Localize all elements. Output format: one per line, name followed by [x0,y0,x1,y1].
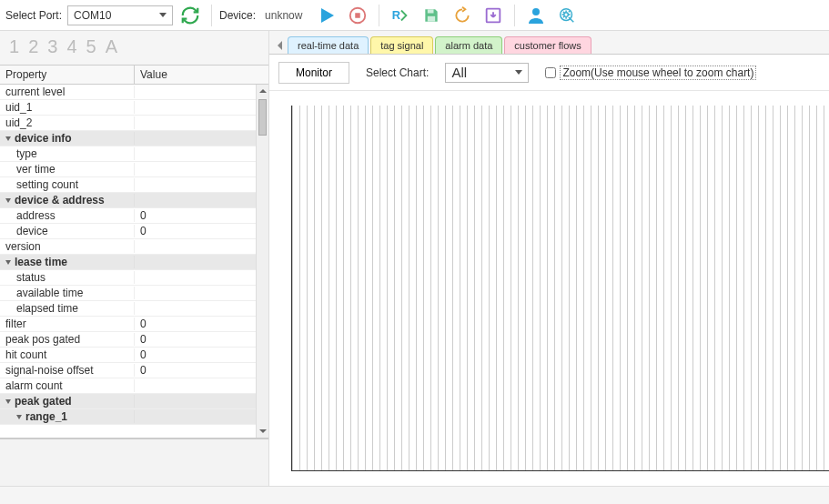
tab-alarm-data[interactable]: alarm data [435,36,502,54]
digit-A[interactable]: A [106,36,117,57]
user-icon [525,5,547,26]
property-label: version [0,240,135,253]
chart-select[interactable]: All [445,63,529,83]
digit-3[interactable]: 3 [47,36,57,57]
monitor-button[interactable]: Monitor [278,62,349,84]
reload-button[interactable] [449,3,476,28]
play-icon [316,5,338,26]
property-label: hit count [0,348,135,361]
property-label: address [0,209,135,222]
select-chart-label: Select Chart: [366,66,429,79]
separator [211,5,212,26]
separator [514,5,515,26]
user-button[interactable] [522,3,550,28]
property-row[interactable]: available time [0,286,256,301]
property-row[interactable]: hit count0 [0,348,256,363]
left-panel: 1 2 3 4 5 A Property Value current level… [0,31,269,486]
property-group[interactable]: range_1 [0,409,256,425]
svg-text:R: R [392,7,400,21]
property-group[interactable]: device & address [0,193,256,208]
property-label: ver time [0,163,135,176]
play-button[interactable] [313,3,340,28]
collapse-icon[interactable] [5,399,11,404]
chart-area [269,91,829,486]
property-grid: current leveluid_1uid_2device infotypeve… [0,85,268,438]
property-label: lease time [0,256,135,268]
digit-5[interactable]: 5 [86,36,96,57]
property-label: range_1 [0,410,135,423]
collapse-icon[interactable] [5,198,11,203]
scroll-down-icon[interactable] [257,425,268,438]
property-group[interactable]: lease time [0,255,256,270]
grid-scrollbar[interactable] [256,85,268,438]
property-row[interactable]: elapsed time [0,301,256,317]
scroll-thumb[interactable] [258,99,267,136]
property-group[interactable]: peak gated [0,394,256,409]
tab-tag-signal[interactable]: tag signal [370,36,433,54]
property-row[interactable]: alarm count [0,378,256,394]
status-bar [0,486,829,504]
svg-rect-4 [428,15,435,21]
property-label: uid_2 [0,116,135,129]
rx-button[interactable]: R [387,3,414,28]
svg-point-6 [532,8,540,15]
property-row[interactable]: setting count [0,177,256,193]
search-gear-icon [557,5,577,25]
collapse-icon[interactable] [16,415,22,419]
property-label: elapsed time [0,302,135,315]
page-digits: 1 2 3 4 5 A [0,31,268,65]
property-row[interactable]: device0 [0,224,256,239]
scroll-up-icon[interactable] [257,85,268,97]
device-value: unknow [265,9,302,22]
property-group[interactable]: device info [0,131,256,146]
property-row[interactable]: address0 [0,208,256,224]
property-row[interactable]: signal-noise offset0 [0,363,256,378]
property-value[interactable]: 0 [135,348,256,361]
reload-icon [453,6,471,25]
property-value[interactable]: 0 [135,225,256,237]
property-label: device [0,225,135,237]
search-settings-button[interactable] [553,3,581,28]
collapse-icon[interactable] [5,260,11,265]
chevron-down-icon [159,13,167,17]
chart-select-value: All [451,65,467,80]
port-select-value: COM10 [74,9,111,22]
property-value[interactable]: 0 [135,318,256,330]
property-label: setting count [0,178,135,191]
tab-scroll-left[interactable] [273,37,288,54]
separator [379,5,379,26]
property-value[interactable]: 0 [135,364,256,377]
property-grid-header: Property Value [0,65,268,85]
property-value[interactable]: 0 [135,333,256,346]
chart-canvas[interactable] [291,106,829,471]
refresh-button[interactable] [177,3,204,28]
zoom-checkbox[interactable] [545,67,556,78]
property-row[interactable]: current level [0,85,256,100]
property-row[interactable]: filter0 [0,317,256,332]
chevron-left-icon [277,41,284,50]
property-row[interactable]: uid_2 [0,116,256,131]
property-label: type [0,147,135,160]
stop-button[interactable] [344,3,371,28]
property-label: signal-noise offset [0,364,135,377]
digit-4[interactable]: 4 [66,36,76,57]
property-row[interactable]: peak pos gated0 [0,332,256,348]
port-select[interactable]: COM10 [67,5,173,25]
property-row[interactable]: version [0,239,256,255]
tab-real-time-data[interactable]: real-time data [288,36,369,54]
property-row[interactable]: status [0,270,256,286]
property-row[interactable]: ver time [0,162,256,177]
save-button[interactable] [418,3,445,28]
property-row[interactable]: type [0,146,256,162]
digit-2[interactable]: 2 [28,36,38,57]
digit-1[interactable]: 1 [9,36,19,57]
property-row[interactable]: uid_1 [0,100,256,116]
tab-customer-flows[interactable]: customer flows [504,36,591,54]
property-description-area [0,438,268,486]
svg-rect-3 [428,9,434,13]
download-button[interactable] [480,3,507,28]
stop-icon [348,5,368,25]
collapse-icon[interactable] [5,136,11,141]
tab-label: alarm data [445,40,492,51]
property-value[interactable]: 0 [135,209,256,222]
